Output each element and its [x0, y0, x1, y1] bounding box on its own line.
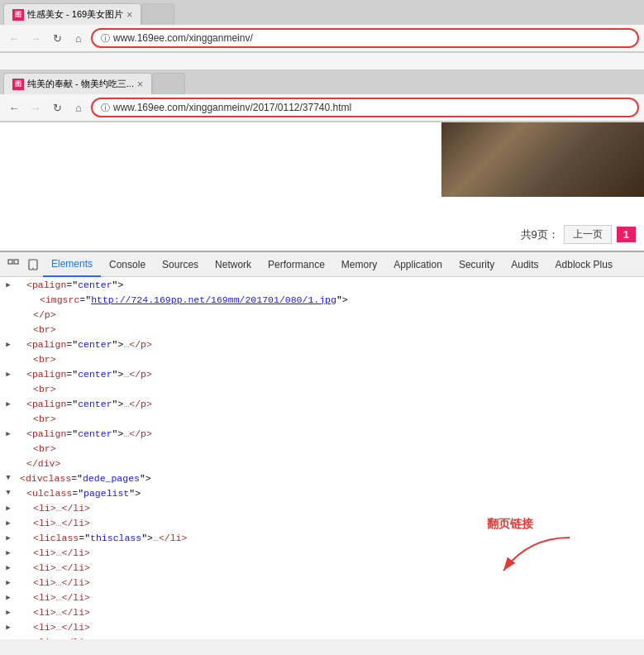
- code-line-23: ▶ <li>…</li>: [0, 605, 644, 619]
- code-line-4: <br>: [0, 322, 644, 337]
- reload-btn-1[interactable]: ↻: [48, 29, 66, 47]
- forward-btn-1[interactable]: →: [26, 29, 45, 47]
- tab-favicon-2: 图: [12, 79, 24, 90]
- reload-btn-2[interactable]: ↻: [48, 98, 66, 117]
- code-line-13: </div>: [0, 456, 644, 471]
- active-tab-1[interactable]: 图 性感美女 - 169美女图片 ×: [3, 3, 141, 25]
- code-line-25: ▶ <li>…</li>: [0, 634, 644, 639]
- code-line-16: ▶ <li>…</li>: [0, 500, 644, 515]
- toggle-1[interactable]: ▶: [3, 280, 13, 289]
- code-line-12: <br>: [0, 441, 644, 456]
- tab-network[interactable]: Network: [207, 252, 260, 277]
- tab-audits[interactable]: Audits: [503, 252, 546, 277]
- code-area: ▶ <p align="center"> <img src="http://72…: [0, 277, 644, 639]
- home-btn-1[interactable]: ⌂: [69, 29, 88, 47]
- tab-memory[interactable]: Memory: [333, 252, 385, 277]
- code-line-11: ▶ <p align="center">…</p>: [0, 426, 644, 441]
- svg-rect-1: [14, 260, 18, 264]
- devtools-tab-bar: Elements Console Sources Network Perform…: [0, 252, 644, 277]
- pagination-label: 共9页：: [521, 227, 559, 242]
- code-line-5: ▶ <p align="center">…</p>: [0, 337, 644, 351]
- browser-window-2: 图 纯美的奉献 - 物美约吃三... × ← → ↻ ⌂ ⓘ www.169ee…: [0, 69, 644, 122]
- browser-window-1: 图 性感美女 - 169美女图片 × ← → ↻ ⌂ ⓘ www.169ee.c…: [0, 0, 644, 53]
- url-text-2: www.169ee.com/xingganmeinv/2017/0112/377…: [113, 102, 351, 113]
- code-line-14: ▼ <div class="dede_pages">: [0, 471, 644, 485]
- lock-icon-1: ⓘ: [101, 32, 110, 45]
- code-line-22: ▶ <li>…</li>: [0, 590, 644, 605]
- address-bar-2[interactable]: ⓘ www.169ee.com/xingganmeinv/2017/0112/3…: [91, 98, 639, 117]
- svg-rect-0: [8, 260, 12, 264]
- devtools-panel: Elements Console Sources Network Perform…: [0, 251, 644, 639]
- devtools-inspect-icon[interactable]: [3, 255, 23, 275]
- tab-title-1: 性感美女 - 169美女图片: [27, 8, 123, 21]
- code-line-15: ▼ <ul class="pagelist">: [0, 485, 644, 500]
- tab-favicon-1: 图: [12, 9, 24, 21]
- tab-application[interactable]: Application: [385, 252, 451, 277]
- toggle-2: [3, 295, 13, 304]
- code-line-6: <br>: [0, 351, 644, 366]
- code-line-21: ▶ <li>…</li>: [0, 575, 644, 590]
- page-image: [441, 122, 644, 197]
- prev-page-btn[interactable]: 上一页: [564, 225, 612, 244]
- code-line-8: <br>: [0, 381, 644, 396]
- code-line-17: ▶ <li>…</li>: [0, 515, 644, 530]
- code-line-2: <img src="http://724.169pp.net/169mm/201…: [0, 292, 644, 307]
- pagination-bar: 共9页： 上一页 1: [521, 225, 636, 244]
- home-btn-2[interactable]: ⌂: [69, 98, 88, 117]
- tab-adblock[interactable]: Adblock Plus: [547, 252, 621, 277]
- lock-icon-2: ⓘ: [101, 102, 110, 114]
- tab-bar-1: 图 性感美女 - 169美女图片 ×: [0, 0, 644, 25]
- code-line-24: ▶ <li>…</li>: [0, 619, 644, 634]
- url-text-1: www.169ee.com/xingganmeinv/: [113, 32, 253, 44]
- nav-bar-1: ← → ↻ ⌂ ⓘ www.169ee.com/xingganmeinv/: [0, 25, 644, 52]
- code-line-19: ▶ <li>…</li>: [0, 545, 644, 560]
- nav-bar-2: ← → ↻ ⌂ ⓘ www.169ee.com/xingganmeinv/201…: [0, 94, 644, 122]
- tab-elements[interactable]: Elements: [43, 252, 101, 277]
- code-line-9: ▶ <p align="center">…</p>: [0, 396, 644, 411]
- current-page-num[interactable]: 1: [617, 227, 636, 242]
- code-line-20: ▶ <li>…</li>: [0, 560, 644, 575]
- new-tab-2[interactable]: [152, 73, 185, 94]
- new-tab-1[interactable]: [141, 3, 174, 25]
- tab-security[interactable]: Security: [451, 252, 503, 277]
- tab-console[interactable]: Console: [101, 252, 154, 277]
- tab-sources[interactable]: Sources: [154, 252, 207, 277]
- code-line-7: ▶ <p align="center">…</p>: [0, 366, 644, 381]
- back-btn-1[interactable]: ←: [5, 29, 23, 47]
- page-content: 共9页： 上一页 1: [0, 122, 644, 251]
- tab-title-2: 纯美的奉献 - 物美约吃三...: [27, 78, 134, 90]
- devtools-mobile-icon[interactable]: [23, 255, 43, 275]
- back-btn-2[interactable]: ←: [5, 98, 23, 117]
- browser1-page: [0, 53, 644, 69]
- tab-close-2[interactable]: ×: [137, 79, 143, 90]
- active-tab-2[interactable]: 图 纯美的奉献 - 物美约吃三... ×: [3, 73, 152, 94]
- tab-performance[interactable]: Performance: [260, 252, 333, 277]
- code-line-1: ▶ <p align="center">: [0, 277, 644, 292]
- svg-point-3: [32, 267, 34, 269]
- tab-bar-2: 图 纯美的奉献 - 物美约吃三... ×: [0, 69, 644, 94]
- forward-btn-2[interactable]: →: [26, 98, 45, 117]
- address-bar-1[interactable]: ⓘ www.169ee.com/xingganmeinv/: [91, 28, 639, 48]
- code-line-18: ▶ <li class="thisclass">…</li>: [0, 530, 644, 545]
- tab-close-1[interactable]: ×: [126, 9, 132, 21]
- code-line-3: </p>: [0, 307, 644, 322]
- code-line-10: <br>: [0, 411, 644, 426]
